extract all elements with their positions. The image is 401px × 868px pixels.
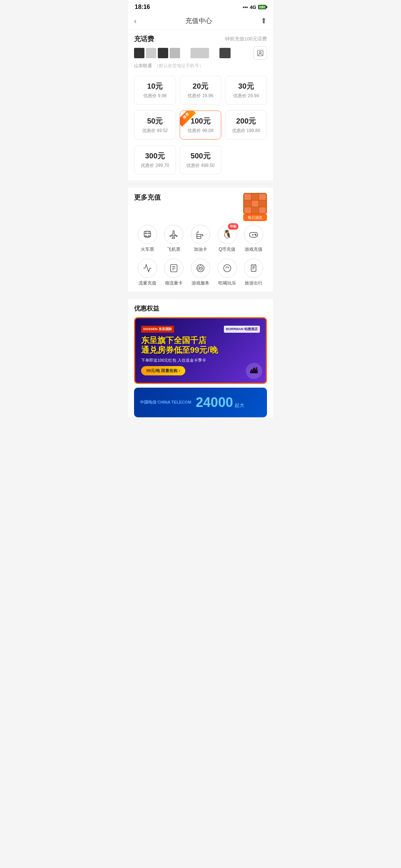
digit-2 [146, 48, 156, 58]
amount-300[interactable]: 300元 优惠价 299.70 [134, 145, 176, 174]
service-data[interactable]: 流量充值 [134, 259, 161, 286]
telecom-amount: 24000 [196, 395, 233, 410]
share-button[interactable]: ⬆ [261, 16, 267, 25]
dossen-logo: DOSSEN 东呈国际 [141, 326, 174, 333]
telecom-logo: 中国电信 CHINA TELECOM [140, 400, 191, 405]
signal-icon: ▪▪▪ [243, 4, 248, 10]
hotel-banner-sub-text: 下单即送100元红包 入住送金卡季卡 [141, 358, 260, 363]
page-title: 充值中心 [185, 16, 212, 25]
gameservice-icon [191, 259, 210, 278]
charge-title: 充话费 [134, 34, 154, 43]
telecom-suffix: 起大 [235, 402, 244, 408]
contact-picker-button[interactable] [254, 46, 267, 60]
svg-point-24 [224, 264, 231, 272]
recommend-badge: 推荐 [180, 111, 194, 124]
service-game[interactable]: 游戏充值 [240, 225, 267, 253]
data-label: 流量充值 [138, 280, 156, 286]
benefits-section: 优惠权益 DOSSEN 东呈国际 BORRMAN 铂雅酒店 东呈旗下全国千店 通… [128, 299, 273, 417]
svg-point-1 [260, 52, 261, 53]
service-travel[interactable]: 旅游出行 [240, 259, 267, 286]
status-bar: 18:16 ▪▪▪ 4G ⚡ [128, 0, 273, 13]
section-divider-2 [128, 292, 273, 295]
charge-section-header: 充话费 钟前充值100元话费 [128, 30, 273, 43]
gameservice-label: 游戏服务 [192, 280, 209, 286]
service-simcard[interactable]: 领流量卡 [161, 259, 188, 286]
amount-grid-row2: 50元 优惠价 49.52 推荐 100元 优惠价 99.09 200元 优惠价… [128, 111, 273, 145]
svg-point-5 [145, 236, 146, 237]
qcoin-label: Q币充值 [219, 246, 235, 253]
amount-grid-row3: 300元 优惠价 299.70 500元 优惠价 499.50 [128, 145, 273, 180]
hotel-banner-main-text: 东呈旗下全国千店 通兑房券低至99元/晚 [141, 336, 260, 355]
amount-20[interactable]: 20元 优惠价 19.96 [180, 76, 222, 105]
svg-point-15 [255, 234, 255, 235]
digit-group-2 [190, 48, 209, 58]
flight-label: 飞机票 [167, 246, 180, 253]
service-qcoin[interactable]: 🐧 补贴 Q币充值 [214, 225, 241, 253]
more-recharge-title: 更多充值 [134, 193, 161, 202]
charge-notice: 钟前充值100元话费 [225, 36, 267, 42]
service-food[interactable]: 吃喝玩乐 [214, 259, 241, 286]
more-recharge-section: 更多充值 每日抽奖 [128, 188, 273, 292]
game-icon [244, 225, 263, 244]
phone-number-display[interactable] [134, 48, 251, 58]
svg-point-16 [256, 235, 257, 236]
city-icon: 🏙 [246, 363, 262, 379]
status-icons: ▪▪▪ 4G ⚡ [243, 4, 266, 10]
page-header: ‹ 充值中心 ⬆ [128, 13, 273, 30]
qcoin-icon: 🐧 补贴 [218, 225, 237, 244]
amount-500[interactable]: 500元 优惠价 499.50 [180, 145, 222, 174]
hotel-banner[interactable]: DOSSEN 东呈国际 BORRMAN 铂雅酒店 东呈旗下全国千店 通兑房券低至… [134, 317, 267, 384]
recommend-ribbon: 推荐 [180, 111, 198, 129]
hotel-cta-button[interactable]: 99元/晚 限量抢购 › [141, 366, 185, 375]
amount-10[interactable]: 10元 优惠价 9.98 [134, 76, 176, 105]
digit-3 [158, 48, 168, 58]
train-icon [138, 225, 157, 244]
back-button[interactable]: ‹ [134, 17, 137, 25]
food-icon [218, 259, 237, 278]
telecom-banner[interactable]: 中国电信 CHINA TELECOM 24000 起大 [134, 388, 267, 417]
digit-4 [170, 48, 180, 58]
service-gameservice[interactable]: 游戏服务 [187, 259, 214, 286]
game-label: 游戏充值 [245, 246, 263, 253]
fuel-label: 加油卡 [194, 246, 207, 253]
amount-grid-row1: 10元 优惠价 9.98 20元 优惠价 19.96 30元 优惠价 29.94 [128, 72, 273, 111]
service-flight[interactable]: 飞机票 [161, 225, 188, 253]
section-divider-1 [128, 180, 273, 184]
borrman-logo: BORRMAN 铂雅酒店 [224, 326, 260, 333]
simcard-icon [164, 259, 183, 278]
subsidy-badge: 补贴 [228, 223, 238, 230]
digit-group-3 [219, 48, 231, 58]
simcard-label: 领流量卡 [165, 280, 183, 286]
travel-label: 旅游出行 [245, 280, 263, 286]
daily-lottery-widget[interactable]: 每日抽奖 [243, 193, 267, 221]
benefits-title: 优惠权益 [134, 304, 267, 313]
flight-icon [164, 225, 183, 244]
train-label: 火车票 [141, 246, 154, 253]
battery-icon: ⚡ [258, 5, 266, 9]
amount-30[interactable]: 30元 优惠价 29.94 [225, 76, 267, 105]
data-icon [138, 259, 157, 278]
amount-50[interactable]: 50元 优惠价 49.52 [134, 111, 176, 139]
amount-100-recommended[interactable]: 推荐 100元 优惠价 99.09 [180, 111, 222, 139]
svg-point-6 [148, 236, 150, 237]
food-label: 吃喝玩乐 [218, 280, 236, 286]
svg-rect-27 [251, 265, 256, 271]
service-train[interactable]: 火车票 [134, 225, 161, 253]
lottery-label: 每日抽奖 [243, 214, 267, 221]
fuel-icon [191, 225, 210, 244]
service-icon-grid: 火车票 飞机票 加油卡 🐧 补 [134, 221, 267, 286]
travel-icon [244, 259, 263, 278]
network-type: 4G [250, 4, 256, 10]
amount-200[interactable]: 200元 优惠价 199.80 [225, 111, 267, 139]
time-display: 18:16 [135, 4, 150, 10]
service-fuel[interactable]: 加油卡 [187, 225, 214, 253]
digit-1 [134, 48, 144, 58]
carrier-info: 山东联通 （默认收货地址手机号） [128, 61, 273, 72]
